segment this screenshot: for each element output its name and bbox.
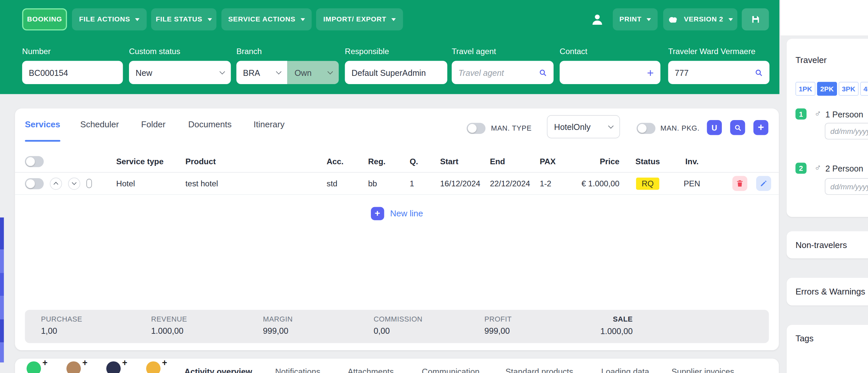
tab-loading-data[interactable]: Loading data [601, 367, 649, 373]
cell-end: 22/12/2024 [484, 179, 534, 188]
panel-tab[interactable] [0, 273, 4, 296]
tab-4pk[interactable]: 4PK [860, 82, 868, 96]
chevron-down-icon [72, 180, 76, 185]
panel-tab[interactable] [0, 319, 4, 342]
tab-1pk[interactable]: 1PK [796, 82, 815, 96]
contact-input[interactable] [566, 68, 647, 77]
header-bar: BOOKING FILE ACTIONS FILE STATUS SERVICE… [0, 0, 779, 94]
errors-warnings-panel[interactable]: Errors & Warnings [786, 278, 868, 305]
panel-tab[interactable] [0, 296, 4, 319]
file-actions-label: FILE ACTIONS [79, 15, 130, 23]
user-icon[interactable] [590, 12, 605, 27]
drag-handle-icon[interactable] [87, 179, 92, 188]
cell-inv: PEN [673, 179, 711, 188]
person-2-dob-input[interactable] [825, 178, 868, 194]
tab-notifications[interactable]: Notifications [275, 367, 320, 373]
version-menu[interactable]: VERSION 2 [663, 8, 737, 30]
man-type-toggle[interactable] [466, 123, 485, 134]
table-header-row: Service type Product Acc. Reg. Q. Start … [15, 150, 779, 173]
add-alert-button[interactable] [106, 362, 121, 373]
delete-row-button[interactable] [733, 176, 747, 191]
add-contact-icon[interactable]: + [647, 67, 654, 78]
custom-status-label: Custom status [129, 47, 180, 56]
col-acc: Acc. [321, 157, 363, 166]
col-inv: Inv. [673, 157, 711, 166]
file-actions-menu[interactable]: FILE ACTIONS [72, 8, 147, 30]
search-icon[interactable] [538, 68, 547, 77]
cell-reg: bb [363, 179, 404, 188]
travel-agent-input[interactable] [458, 68, 538, 77]
branch-select[interactable]: BRA [236, 61, 287, 84]
docked-panel-strip[interactable] [0, 217, 4, 363]
branch-own-select[interactable]: Own [287, 61, 339, 84]
tab-folder[interactable]: Folder [141, 119, 166, 129]
responsible-input-box [345, 61, 447, 84]
chevron-down-icon [135, 18, 140, 21]
tab-supplier-invoices[interactable]: Supplier invoices [671, 367, 734, 373]
add-task-button[interactable] [66, 362, 81, 373]
panel-tab[interactable] [0, 250, 4, 273]
plus-icon [42, 358, 48, 368]
add-service-button[interactable] [753, 120, 768, 135]
search-icon [734, 124, 741, 131]
financial-summary-bar: PURCHASE 1,00 REVENUE 1.000,00 MARGIN 99… [25, 310, 769, 343]
active-tab-underline [25, 140, 60, 142]
branch-own-value: Own [294, 68, 312, 77]
tab-standard-products[interactable]: Standard products [505, 367, 574, 373]
add-note-button[interactable] [27, 362, 41, 373]
file-status-menu[interactable]: FILE STATUS [151, 8, 216, 30]
traveler-title: Traveler [796, 55, 827, 65]
edit-row-button[interactable] [756, 176, 771, 191]
contact-label: Contact [560, 47, 587, 56]
number-input[interactable] [29, 68, 116, 77]
new-line-button[interactable]: New line [15, 207, 779, 220]
activity-card: Activity overview Notifications Attachme… [15, 359, 779, 373]
row-controls-cell [25, 178, 111, 190]
row-toggle[interactable] [25, 178, 44, 189]
panel-tab[interactable] [0, 217, 4, 249]
tab-scheduler[interactable]: Scheduler [80, 119, 119, 129]
tab-services[interactable]: Services [25, 119, 60, 129]
tags-panel[interactable]: Tags [786, 325, 868, 373]
service-actions-menu[interactable]: SERVICE ACTIONS [221, 8, 311, 30]
select-all-toggle[interactable] [25, 156, 44, 167]
responsible-input[interactable] [351, 68, 440, 77]
u-button[interactable]: U [707, 120, 722, 135]
search-button[interactable] [730, 120, 745, 135]
tab-activity-overview[interactable]: Activity overview [184, 367, 252, 373]
tab-communication[interactable]: Communication [422, 367, 480, 373]
cell-actions [711, 176, 778, 191]
print-menu[interactable]: PRINT [613, 8, 657, 30]
chevron-down-icon [219, 69, 225, 74]
search-icon[interactable] [754, 68, 763, 77]
sidebar-top-spacer [781, 0, 868, 35]
person-1-dob-input[interactable] [825, 123, 868, 139]
booking-button[interactable]: BOOKING [22, 8, 67, 30]
man-pkg-toggle[interactable] [637, 123, 655, 134]
tab-documents[interactable]: Documents [188, 119, 231, 129]
green-circle-icon [27, 362, 41, 373]
package-type-select[interactable]: HotelOnly [547, 115, 620, 138]
tab-2pk[interactable]: 2PK [817, 82, 837, 96]
number-input-box [22, 61, 123, 84]
booking-app: BOOKING FILE ACTIONS FILE STATUS SERVICE… [0, 0, 868, 373]
tab-itinerary[interactable]: Itinerary [253, 119, 284, 129]
tab-attachments[interactable]: Attachments [348, 367, 394, 373]
status-badge: RQ [636, 178, 659, 190]
move-up-button[interactable] [50, 178, 62, 190]
traveler-input[interactable] [675, 68, 754, 77]
save-button[interactable] [742, 8, 769, 30]
purchase-value: 1,00 [41, 326, 57, 335]
add-reminder-button[interactable] [146, 362, 161, 373]
plus-icon [122, 358, 127, 368]
plus-icon [371, 207, 384, 220]
move-down-button[interactable] [68, 178, 80, 190]
chevron-down-icon [391, 18, 396, 21]
tab-3pk[interactable]: 3PK [839, 82, 859, 96]
non-travelers-panel[interactable]: Non-travelers [786, 231, 868, 258]
panel-tab[interactable] [0, 343, 4, 363]
import-export-menu[interactable]: IMPORT/ EXPORT [316, 8, 403, 30]
chevron-down-icon [647, 18, 651, 21]
new-line-label: New line [390, 209, 423, 219]
custom-status-select[interactable]: New [129, 61, 231, 84]
